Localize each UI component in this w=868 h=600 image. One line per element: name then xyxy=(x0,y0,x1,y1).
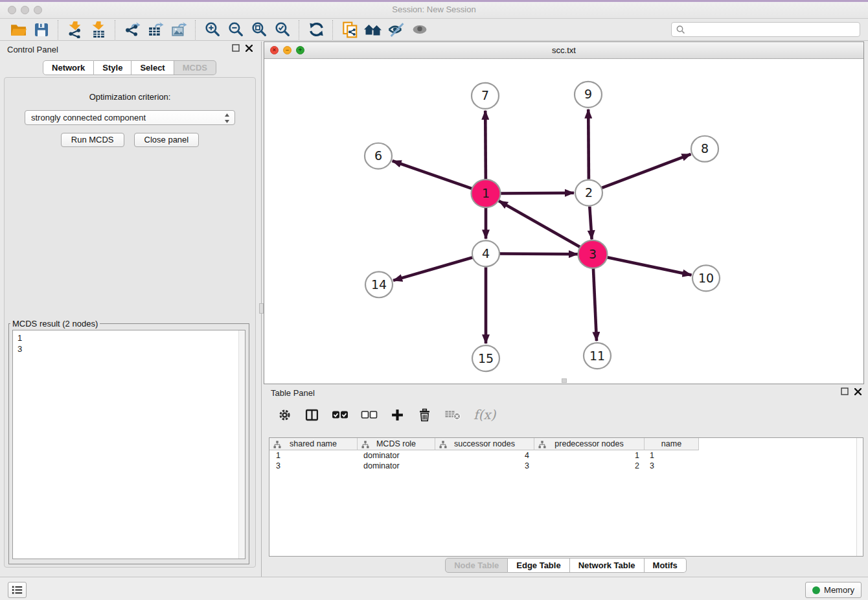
memory-button[interactable]: Memory xyxy=(805,582,862,598)
table-settings-button[interactable] xyxy=(277,408,292,422)
select-all-columns-button[interactable] xyxy=(332,408,348,421)
show-visual-properties-button[interactable] xyxy=(408,20,431,40)
mcds-result-list[interactable]: 1 3 xyxy=(12,330,246,559)
tab-style[interactable]: Style xyxy=(94,60,131,75)
network-splitter-handle[interactable] xyxy=(562,378,567,383)
clone-network-button[interactable] xyxy=(338,20,361,40)
graph-edge-2-8[interactable] xyxy=(602,154,691,188)
delete-column-button[interactable] xyxy=(417,408,432,422)
window-title: Session: New Session xyxy=(0,0,868,18)
graph-edge-1-6[interactable] xyxy=(393,161,474,189)
tab-network-table[interactable]: Network Table xyxy=(570,558,645,573)
cell-shared-name[interactable]: 1 xyxy=(269,451,358,460)
table-row[interactable]: 1 dominator 4 1 1 xyxy=(269,450,863,461)
run-mcds-button[interactable]: Run MCDS xyxy=(61,133,124,147)
tab-network[interactable]: Network xyxy=(43,60,94,75)
graph-edge-3-1[interactable] xyxy=(499,201,581,248)
result-scrollbar[interactable] xyxy=(238,330,245,559)
network-canvas[interactable]: 7968124314101511 xyxy=(264,59,863,384)
column-header-shared-name[interactable]: shared name xyxy=(269,438,358,450)
panel-splitter[interactable] xyxy=(259,41,264,577)
graph-node-9[interactable]: 9 xyxy=(575,82,602,108)
open-session-button[interactable] xyxy=(6,20,30,40)
close-panel-icon[interactable] xyxy=(246,45,253,52)
hide-visual-properties-button[interactable] xyxy=(385,20,408,40)
cell-mcds-role[interactable]: dominator xyxy=(358,451,435,460)
unchecked-boxes-icon xyxy=(361,408,378,421)
graph-edge-2-3[interactable] xyxy=(589,207,591,240)
float-panel-icon[interactable] xyxy=(232,44,240,52)
close-table-panel-icon[interactable] xyxy=(854,388,862,395)
node-table: shared name MCDS role xyxy=(269,437,863,557)
network-window-titlebar[interactable]: × – + scc.txt xyxy=(264,42,863,59)
function-builder-button[interactable]: f(x) xyxy=(474,407,496,422)
export-network-button[interactable] xyxy=(120,20,144,40)
tab-mcds[interactable]: MCDS xyxy=(174,60,216,75)
float-table-panel-icon[interactable] xyxy=(841,387,849,395)
create-column-button[interactable] xyxy=(390,408,405,422)
export-image-button[interactable] xyxy=(167,20,190,40)
graph-node-11[interactable]: 11 xyxy=(584,343,611,369)
graph-node-2[interactable]: 2 xyxy=(575,180,602,206)
deselect-all-columns-button[interactable] xyxy=(361,408,378,421)
control-panel-tabs: Network Style Select MCDS xyxy=(0,60,259,75)
close-panel-button[interactable]: Close panel xyxy=(134,133,200,147)
apply-layout-button[interactable] xyxy=(304,20,328,40)
window-focus-accent xyxy=(0,0,868,2)
tab-select[interactable]: Select xyxy=(131,60,174,75)
import-network-button[interactable] xyxy=(63,20,87,40)
graph-edge-3-11[interactable] xyxy=(593,268,597,341)
cell-successor-nodes[interactable]: 3 xyxy=(435,461,534,470)
graph-node-4[interactable]: 4 xyxy=(472,240,499,266)
cell-mcds-role[interactable]: dominator xyxy=(358,461,435,470)
graph-node-7[interactable]: 7 xyxy=(472,83,499,109)
graph-edge-3-10[interactable] xyxy=(606,257,692,275)
dropdown-stepper-icon xyxy=(223,112,231,124)
zoom-fit-button[interactable] xyxy=(247,20,271,40)
graph-node-10[interactable]: 10 xyxy=(692,265,720,291)
optimization-criterion-label: Optimization criterion: xyxy=(5,92,255,102)
column-layout-button[interactable] xyxy=(304,408,319,422)
graph-node-3[interactable]: 3 xyxy=(578,240,608,268)
search-input[interactable] xyxy=(686,24,860,35)
export-table-button[interactable] xyxy=(144,20,167,40)
graph-edge-1-7[interactable] xyxy=(485,111,486,180)
import-table-button[interactable] xyxy=(87,20,110,40)
cell-shared-name[interactable]: 3 xyxy=(269,461,358,470)
zoom-in-icon xyxy=(204,21,222,38)
cell-successor-nodes[interactable]: 4 xyxy=(435,451,534,460)
criterion-dropdown[interactable]: strongly connected component xyxy=(25,110,235,125)
tab-motifs[interactable]: Motifs xyxy=(645,558,687,573)
show-all-networks-button[interactable] xyxy=(361,20,385,40)
cell-name[interactable]: 1 xyxy=(645,451,699,460)
column-header-predecessor-nodes[interactable]: predecessor nodes xyxy=(534,438,645,450)
graph-node-6[interactable]: 6 xyxy=(365,143,392,169)
graph-edge-4-14[interactable] xyxy=(393,257,473,281)
cell-predecessor-nodes[interactable]: 1 xyxy=(534,451,645,460)
task-history-button[interactable] xyxy=(8,582,27,598)
graph-node-8[interactable]: 8 xyxy=(691,136,718,162)
column-header-successor-nodes[interactable]: successor nodes xyxy=(435,438,534,450)
graph-node-14[interactable]: 14 xyxy=(365,271,393,297)
zoom-selected-button[interactable] xyxy=(271,20,294,40)
graph-edge-1-2[interactable] xyxy=(499,193,574,194)
tab-edge-table[interactable]: Edge Table xyxy=(508,558,569,573)
graph-node-1[interactable]: 1 xyxy=(472,179,501,207)
save-session-button[interactable] xyxy=(30,20,53,40)
graph-edge-2-9[interactable] xyxy=(588,110,589,179)
graph-edge-4-3[interactable] xyxy=(499,254,578,255)
cell-predecessor-nodes[interactable]: 2 xyxy=(534,461,645,470)
delete-table-button[interactable] xyxy=(444,408,461,422)
tab-node-table[interactable]: Node Table xyxy=(445,558,508,573)
zoom-in-button[interactable] xyxy=(201,20,224,40)
cell-name[interactable]: 3 xyxy=(645,461,699,470)
search-field[interactable] xyxy=(671,22,860,37)
table-row[interactable]: 3 dominator 3 2 3 xyxy=(269,461,863,471)
zoom-fit-icon xyxy=(251,21,268,38)
graph-node-15[interactable]: 15 xyxy=(472,345,499,371)
zoom-out-button[interactable] xyxy=(224,20,247,40)
splitter-handle[interactable] xyxy=(259,303,264,314)
table-scrollbar[interactable] xyxy=(856,438,863,556)
column-header-name[interactable]: name xyxy=(645,438,699,450)
column-header-mcds-role[interactable]: MCDS role xyxy=(358,438,435,450)
